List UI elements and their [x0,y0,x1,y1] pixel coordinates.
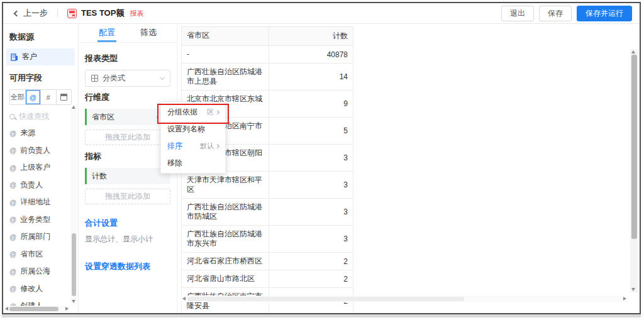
field-item[interactable]: @ 所属公海 [3,263,78,280]
text-field-icon: @ [9,181,16,189]
totals-settings-link[interactable]: 合计设置 [85,218,170,229]
field-item-label: 业务类型 [20,214,50,225]
sidebar-vertical-scrollbar[interactable] [70,104,77,304]
column-header-region[interactable]: 省市区 [182,27,269,45]
filter-tab-text[interactable]: @ [25,90,41,104]
preview-table-panel: 省市区 计数 - 40878 广西壮族自治区防城港市上思县 14 北京市北京市辖… [177,25,640,313]
field-item[interactable]: @ 省市区 [3,246,78,263]
save-button[interactable]: 保存 [539,6,572,21]
menu-item-label: 排序 [167,141,182,152]
building-icon [11,53,18,61]
tab-configure[interactable]: 配置 [97,25,116,42]
scroll-left-icon[interactable] [5,307,8,311]
scroll-up-icon[interactable] [72,106,75,109]
table-row: - 40878 [182,46,353,63]
filter-tab-all[interactable]: 全部 [10,90,25,104]
sidebar-horizontal-scrollbar[interactable] [4,306,70,312]
field-item[interactable]: @ 修改人 [3,280,78,298]
sidebar-vertical-scroll-thumb[interactable] [72,233,76,296]
table-horizontal-scrollbar[interactable] [181,295,628,302]
row-dimension-dropzone[interactable]: 拖拽至此添加 [85,130,170,145]
menu-item-group-by[interactable]: 分组依据 区 [161,104,225,121]
search-input[interactable] [19,112,68,121]
table-vertical-scrollbar[interactable] [630,49,638,292]
cell-count: 3 [269,226,353,252]
field-item[interactable]: @ 前负责人 [3,142,78,160]
scroll-left-icon[interactable] [182,297,186,301]
scroll-right-icon[interactable] [623,297,626,301]
cell-region: 广西壮族自治区防城港市防城区 [182,199,269,225]
top-bar: 上一步 TES TOP额 报表 退出 保存 保存并运行 [3,3,640,24]
field-item[interactable]: @ 所属部门 [3,228,78,246]
table-horizontal-scroll-thumb[interactable] [187,297,464,301]
text-field-icon: @ [9,268,16,275]
field-item[interactable]: @ 负责人 [3,177,78,194]
table-row: 天津市天津市辖区和平区 3 [182,172,353,199]
grid-type-icon [91,75,98,82]
row-dimension-label: 行维度 [85,92,170,103]
datasource-title: 数据源 [9,31,78,43]
scroll-down-icon[interactable] [631,288,635,291]
calendar-icon [60,94,67,101]
table-vertical-scroll-thumb[interactable] [631,55,637,239]
scroll-up-icon[interactable] [631,50,635,53]
scroll-down-icon[interactable] [72,300,75,303]
table-row: 广西壮族自治区防城港市防城区 3 [182,199,353,226]
datasource-item-customer[interactable]: 客户 [6,48,75,65]
totals-settings-desc: 显示总计、显示小计 [85,234,170,245]
cell-count: 3 [269,145,353,171]
menu-item-remove[interactable]: 移除 [161,155,225,172]
field-item-label: 所属公海 [20,266,50,277]
metric-value: 计数 [92,171,107,182]
report-type-select[interactable]: 分类式 [85,70,170,87]
field-item-label: 省市区 [20,249,43,260]
field-item-label: 详细地址 [20,197,50,207]
cell-region: 广西壮族自治区防城港市上思县 [182,63,269,90]
sidebar-fields-panel: 数据源 客户 可用字段 全部 @ # [3,25,79,313]
field-item[interactable]: @ 业务类型 [3,211,78,229]
available-fields-title: 可用字段 [9,72,78,84]
metric-dropzone[interactable]: 拖拽至此添加 [85,189,170,204]
exit-button[interactable]: 退出 [501,6,534,21]
text-field-icon: @ [9,250,16,258]
table-row: 广西壮族自治区防城港市上思县 14 [182,63,353,91]
text-field-icon: @ [9,130,16,137]
topbar-divider [57,9,58,18]
chevron-down-icon [160,75,165,80]
field-context-menu: 分组依据 区 设置列名称 排序 默认 移除 [160,102,226,174]
cell-region: 天津市天津市辖区和平区 [182,172,269,198]
menu-item-current-value: 区 [207,108,219,117]
back-button[interactable]: 上一步 [14,8,48,19]
field-item[interactable]: @ 详细地址 [3,194,78,211]
sidebar-horizontal-scroll-thumb[interactable] [9,307,58,311]
cell-count: 14 [269,63,353,90]
field-search [9,112,72,121]
metric-chip[interactable]: 计数 [85,168,170,184]
field-item[interactable]: @ 来源 [3,124,78,142]
menu-item-sort[interactable]: 排序 默认 [161,138,225,155]
cell-region: 广西壮族自治区防城港市东兴市 [182,226,269,252]
cell-region: 河北省石家庄市桥西区 [182,253,269,270]
menu-item-label: 设置列名称 [167,124,205,135]
report-type-tag: 报表 [130,9,143,18]
field-item[interactable]: @ 上级客户 [3,159,78,177]
save-and-run-button[interactable]: 保存并运行 [577,6,632,21]
app-window: 上一步 TES TOP额 报表 退出 保存 保存并运行 数据源 [2,2,641,314]
report-type-label: 报表类型 [85,53,170,64]
menu-item-set-column-name[interactable]: 设置列名称 [161,121,225,138]
cell-region: 河北省唐山市路北区 [182,270,269,287]
datasource-item-label: 客户 [22,52,37,62]
row-dimension-chip[interactable]: 省市区 [85,109,170,125]
text-field-icon: @ [9,216,16,223]
cell-count: 2 [269,253,353,270]
filter-tab-number[interactable]: # [40,90,56,104]
tab-filter[interactable]: 筛选 [139,25,158,42]
menu-item-label: 分组依据 [167,107,197,118]
scroll-right-icon[interactable] [65,307,69,311]
chevron-right-icon [215,144,219,148]
column-header-count[interactable]: 计数 [269,27,353,45]
filter-tab-date[interactable] [56,90,72,104]
drill-through-link[interactable]: 设置穿透数据列表 [85,261,170,272]
text-field-icon: @ [9,233,16,241]
table-row: 河北省石家庄市桥西区 2 [182,253,353,270]
